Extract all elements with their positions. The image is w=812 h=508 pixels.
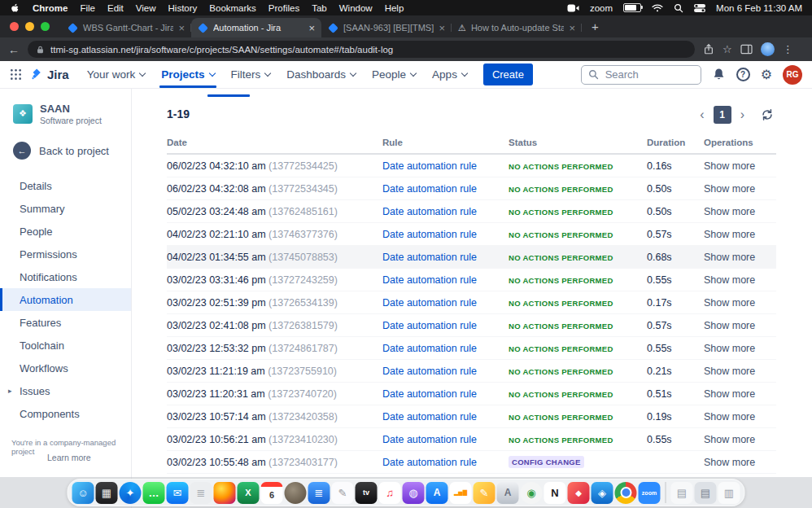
nav-item-apps[interactable]: Apps	[424, 61, 475, 88]
zoom-camera-icon[interactable]	[567, 4, 579, 12]
wifi-icon[interactable]	[652, 4, 663, 12]
app-switcher-icon[interactable]	[10, 68, 22, 81]
sidebar-item-notifications[interactable]: Notifications	[0, 265, 131, 288]
sidebar-item-automation[interactable]: Automation	[0, 288, 131, 311]
dock-excel-icon[interactable]: X	[238, 482, 260, 504]
show-more-link[interactable]: Show more	[704, 274, 776, 286]
menu-file[interactable]: File	[80, 3, 95, 13]
show-more-link[interactable]: Show more	[704, 411, 776, 423]
show-more-link[interactable]: Show more	[704, 183, 776, 195]
create-button[interactable]: Create	[483, 64, 533, 85]
dock-calendar-icon[interactable]: 6	[261, 482, 283, 504]
zoom-menu-label[interactable]: zoom	[590, 3, 613, 13]
tab-close-icon[interactable]: ×	[439, 22, 445, 34]
sidebar-item-summary[interactable]: Summary	[0, 197, 131, 220]
rule-link[interactable]: Date automation rule	[382, 457, 509, 468]
sidebar-item-toolchain[interactable]: Toolchain	[0, 334, 131, 357]
dock-globe-app-icon[interactable]: ◉	[521, 482, 543, 504]
dock-launchpad-icon[interactable]: ▦	[96, 482, 118, 504]
nav-item-projects[interactable]: Projects	[153, 61, 222, 88]
browser-tab-automation-jira[interactable]: Automation - Jira×	[191, 18, 321, 37]
rule-link[interactable]: Date automation rule	[382, 160, 509, 172]
show-more-link[interactable]: Show more	[704, 320, 776, 331]
dock-apple-tv-icon[interactable]: tv	[356, 482, 378, 504]
dock-trash-icon[interactable]: ▥	[718, 482, 740, 504]
user-avatar[interactable]: RG	[783, 65, 802, 85]
notifications-bell-icon[interactable]	[712, 68, 726, 81]
rule-link[interactable]: Date automation rule	[382, 320, 509, 331]
sidebar-item-features[interactable]: Features	[0, 311, 131, 334]
back-button[interactable]: ←	[8, 44, 20, 55]
show-more-link[interactable]: Show more	[704, 160, 776, 172]
window-zoom-button[interactable]	[41, 22, 50, 31]
show-more-link[interactable]: Show more	[704, 434, 776, 445]
dock-safari-icon[interactable]: ✦	[120, 482, 142, 504]
menu-tab[interactable]: Tab	[312, 3, 327, 13]
rule-link[interactable]: Date automation rule	[382, 411, 509, 423]
show-more-link[interactable]: Show more	[704, 366, 776, 377]
jira-logo[interactable]: Jira	[30, 68, 69, 81]
side-panel-icon[interactable]	[740, 44, 753, 55]
tab-close-icon[interactable]: ×	[569, 22, 575, 34]
dock-app-store-icon[interactable]: A	[426, 482, 448, 504]
browser-profile-avatar[interactable]	[761, 42, 775, 56]
dock-screenshot-preview-icon[interactable]: ≣	[190, 482, 212, 504]
spotlight-icon[interactable]	[674, 3, 683, 13]
dock-firefox-icon[interactable]	[214, 482, 236, 504]
show-more-link[interactable]: Show more	[704, 229, 776, 240]
menu-profiles[interactable]: Profiles	[268, 3, 299, 13]
rule-link[interactable]: Date automation rule	[382, 434, 509, 445]
rule-link[interactable]: Date automation rule	[382, 206, 509, 217]
show-more-link[interactable]: Show more	[704, 388, 776, 400]
bookmark-star-icon[interactable]: ☆	[723, 43, 732, 55]
dock-file-dark-icon[interactable]: ▤	[695, 482, 717, 504]
settings-gear-icon[interactable]: ⚙	[761, 68, 772, 81]
dock-automator-icon[interactable]: A	[497, 482, 519, 504]
rule-link[interactable]: Date automation rule	[382, 183, 509, 195]
rule-link[interactable]: Date automation rule	[382, 343, 509, 354]
show-more-link[interactable]: Show more	[704, 206, 776, 217]
sidebar-item-issues[interactable]: ▸Issues	[0, 379, 131, 402]
window-close-button[interactable]	[10, 22, 19, 31]
dock-pencil-app-icon[interactable]: ✎	[474, 482, 495, 504]
battery-icon[interactable]	[623, 3, 641, 12]
menu-bookmarks[interactable]: Bookmarks	[209, 3, 256, 13]
rule-link[interactable]: Date automation rule	[382, 274, 509, 286]
sidebar-item-permissions[interactable]: Permissions	[0, 243, 131, 265]
help-icon[interactable]: ?	[736, 68, 750, 81]
dock-vscode-icon[interactable]: ◈	[592, 482, 613, 504]
dock-textedit-icon[interactable]: ✎	[332, 482, 354, 504]
menu-view[interactable]: View	[136, 3, 156, 13]
dock-file-light-icon[interactable]: ▤	[671, 482, 693, 504]
sidebar-item-components[interactable]: Components	[0, 402, 131, 425]
dock-podcasts-icon[interactable]: ◍	[403, 482, 425, 504]
browser-menu-icon[interactable]: ⋮	[783, 43, 793, 55]
current-page-button[interactable]: 1	[714, 106, 731, 124]
learn-more-link[interactable]: Learn more	[47, 453, 91, 462]
tab-close-icon[interactable]: ×	[308, 22, 315, 34]
nav-item-people[interactable]: People	[364, 61, 424, 88]
sidebar-item-details[interactable]: Details	[0, 174, 131, 197]
next-page-button[interactable]: ›	[740, 108, 744, 121]
apple-logo-icon[interactable]	[10, 2, 20, 14]
show-more-link[interactable]: Show more	[704, 297, 776, 309]
refresh-icon[interactable]	[760, 107, 775, 122]
nav-item-filters[interactable]: Filters	[223, 61, 279, 88]
show-more-link[interactable]: Show more	[704, 343, 776, 354]
search-input[interactable]	[604, 68, 694, 81]
show-more-link[interactable]: Show more	[704, 252, 776, 263]
menu-window[interactable]: Window	[339, 3, 373, 13]
share-icon[interactable]	[703, 43, 714, 55]
previous-page-button[interactable]: ‹	[700, 108, 704, 121]
address-bar[interactable]: ttmi-sg.atlassian.net/jira/software/c/pr…	[28, 41, 695, 58]
dock-notion-icon[interactable]: N	[544, 482, 566, 504]
dock-chrome-icon[interactable]	[615, 482, 637, 504]
dock-zoom-icon[interactable]: zoom	[639, 482, 661, 504]
show-more-link[interactable]: Show more	[704, 457, 776, 468]
back-to-project-link[interactable]: ← Back to project	[13, 142, 109, 160]
menu-history[interactable]: History	[168, 3, 198, 13]
sidebar-item-people[interactable]: People	[0, 220, 131, 243]
menu-edit[interactable]: Edit	[107, 3, 124, 13]
browser-tab-saan-963-be-tms-grpc[interactable]: [SAAN-963] [BE][TMS] gRPC×	[321, 18, 452, 37]
rule-link[interactable]: Date automation rule	[382, 388, 509, 400]
